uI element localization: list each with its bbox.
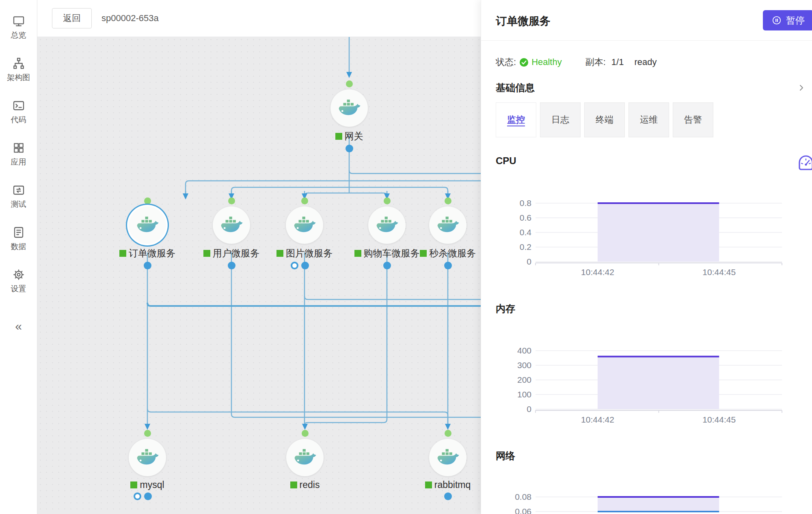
- apps-icon: [12, 141, 25, 154]
- status-square-icon: [119, 250, 126, 257]
- sidebar-item-test[interactable]: 测试: [7, 184, 30, 210]
- service-detail-panel: 订单微服务 暂停 状态: Healthy 副本: 1/1 ready 基础信息: [481, 0, 812, 514]
- diagram-node-user[interactable]: 用户微服务: [193, 197, 270, 269]
- container-circle[interactable]: [286, 206, 323, 244]
- node-label: 用户微服务: [203, 247, 259, 260]
- output-port[interactable]: [144, 262, 151, 269]
- status-square-icon: [290, 481, 297, 488]
- input-port[interactable]: [144, 430, 151, 437]
- gauge-icon[interactable]: [797, 154, 812, 171]
- status-square-icon: [425, 481, 432, 488]
- panel-tabs: 监控日志终端运维告警: [496, 102, 717, 137]
- tab-告警[interactable]: 告警: [673, 102, 713, 137]
- sidebar-item-architecture[interactable]: 架构图: [7, 57, 30, 83]
- sidebar-item-code[interactable]: 代码: [7, 99, 30, 125]
- pause-button[interactable]: 暂停: [763, 10, 812, 30]
- sidebar-item-label: 设置: [11, 284, 26, 294]
- input-port[interactable]: [445, 430, 451, 437]
- tab-监控[interactable]: 监控: [496, 102, 536, 137]
- tab-终端[interactable]: 终端: [584, 102, 625, 137]
- chart-title-0: CPU: [496, 155, 516, 167]
- status-square-icon: [276, 250, 283, 257]
- input-port[interactable]: [346, 80, 353, 87]
- diagram-node-seckill[interactable]: 秒杀微服务: [409, 197, 486, 269]
- node-label: 网关: [335, 130, 363, 143]
- output-port[interactable]: [444, 262, 452, 269]
- gear-icon: [12, 268, 25, 281]
- chart-0: 00.20.40.60.810:44:4210:44:45: [496, 190, 804, 292]
- input-port[interactable]: [301, 197, 308, 204]
- node-label: mysql: [130, 479, 164, 490]
- basic-info-row[interactable]: 基础信息: [496, 80, 806, 96]
- panel-header: 订单微服务 暂停: [481, 0, 812, 41]
- collapse-sidebar-icon[interactable]: «: [15, 319, 22, 333]
- input-port[interactable]: [302, 430, 309, 437]
- svg-text:0: 0: [527, 404, 531, 414]
- replica-label: 副本:: [585, 56, 606, 68]
- docker-whale-icon: [337, 99, 361, 117]
- node-ports: [444, 262, 452, 269]
- diagram-node-image[interactable]: 图片微服务: [266, 197, 343, 269]
- container-circle[interactable]: [213, 206, 250, 244]
- node-ports: [444, 492, 452, 500]
- status-row: 状态: Healthy 副本: 1/1 ready: [496, 56, 657, 68]
- sidebar-item-data[interactable]: 数据: [7, 226, 30, 252]
- input-port[interactable]: [228, 197, 235, 204]
- container-circle[interactable]: [286, 439, 324, 476]
- diagram-node-mysql[interactable]: mysql: [109, 430, 186, 500]
- status-badge: Healthy: [519, 57, 562, 67]
- output-port[interactable]: [444, 492, 452, 500]
- node-ports: [291, 262, 309, 269]
- sidebar-item-label: 架构图: [7, 72, 30, 83]
- container-circle[interactable]: [129, 439, 166, 476]
- svg-text:300: 300: [517, 360, 531, 370]
- diagram-node-gateway[interactable]: 网关: [311, 80, 388, 152]
- chart-title-1: 内存: [496, 302, 515, 315]
- sidebar-item-settings[interactable]: 设置: [7, 268, 30, 294]
- svg-text:10:44:42: 10:44:42: [581, 267, 614, 277]
- container-circle[interactable]: [429, 206, 466, 244]
- status-square-icon: [420, 250, 427, 257]
- svg-text:200: 200: [517, 375, 531, 384]
- hollow-port[interactable]: [291, 262, 298, 269]
- svg-text:0.6: 0.6: [520, 213, 531, 222]
- architecture-icon: [12, 57, 25, 70]
- code-icon: [12, 99, 25, 112]
- container-circle[interactable]: [129, 206, 166, 244]
- chevron-right-icon: [797, 84, 806, 92]
- container-circle[interactable]: [330, 89, 368, 127]
- sidebar-item-label: 总览: [11, 30, 26, 41]
- node-ports: [346, 145, 353, 152]
- monitor-icon: [12, 15, 25, 28]
- diagram-node-order[interactable]: 订单微服务: [109, 197, 186, 269]
- hollow-port[interactable]: [134, 492, 141, 500]
- docker-whale-icon: [136, 216, 159, 234]
- tab-运维[interactable]: 运维: [628, 102, 669, 137]
- status-value: Healthy: [531, 57, 562, 67]
- node-label: 图片微服务: [276, 247, 333, 260]
- status-square-icon: [354, 250, 361, 257]
- output-port[interactable]: [144, 492, 152, 500]
- tab-日志[interactable]: 日志: [540, 102, 581, 137]
- sidebar-item-apps[interactable]: 应用: [7, 141, 30, 167]
- diagram-node-redis[interactable]: redis: [266, 430, 343, 492]
- output-port[interactable]: [228, 262, 235, 269]
- svg-text:0.4: 0.4: [520, 228, 532, 237]
- output-port[interactable]: [383, 262, 391, 269]
- input-port[interactable]: [445, 197, 451, 204]
- node-ports: [134, 492, 152, 500]
- input-port[interactable]: [384, 197, 391, 204]
- svg-text:0.2: 0.2: [520, 242, 531, 252]
- sidebar-item-overview[interactable]: 总览: [7, 15, 30, 41]
- docker-whale-icon: [375, 216, 399, 234]
- input-port[interactable]: [144, 197, 151, 204]
- architecture-canvas[interactable]: 网关订单微服务用户微服务图片微服务购物车微服务秒杀微服务mysqlredisra…: [37, 37, 481, 514]
- back-button[interactable]: 返回: [52, 8, 92, 28]
- container-circle[interactable]: [368, 206, 406, 244]
- output-port[interactable]: [301, 262, 309, 269]
- diagram-node-rabbitmq[interactable]: rabbitmq: [409, 430, 486, 500]
- panel-title: 订单微服务: [496, 14, 551, 28]
- container-circle[interactable]: [429, 439, 466, 476]
- output-port[interactable]: [346, 145, 353, 152]
- basic-info-label: 基础信息: [496, 81, 535, 94]
